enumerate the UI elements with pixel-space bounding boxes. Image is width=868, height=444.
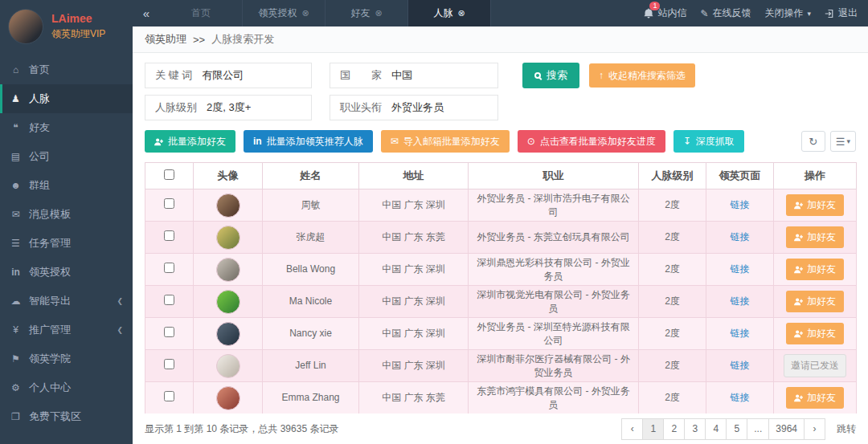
page-ellipsis[interactable]: ... — [747, 418, 769, 440]
linkedin-page-link[interactable]: 链接 — [731, 199, 750, 210]
keyword-input[interactable] — [202, 63, 311, 88]
deep-fetch-button[interactable]: ↧ 深度抓取 — [674, 130, 744, 153]
keyword-filter-group: 关 键 词 — [145, 63, 312, 88]
sidebar-item-groups[interactable]: ☻ 群组 — [0, 171, 133, 200]
table-row: 周敏 中国 广东 深圳 外贸业务员 - 深圳市浩升电子有限公司 2度 链接 加好… — [145, 189, 857, 222]
header-level: 人脉级别 — [639, 163, 706, 189]
contact-level: 2度 — [639, 254, 706, 286]
add-friend-button[interactable]: 加好友 — [786, 259, 844, 280]
row-checkbox[interactable] — [164, 391, 174, 401]
header-avatar: 头像 — [194, 163, 263, 189]
add-friend-button[interactable]: 加好友 — [786, 226, 844, 248]
breadcrumb-app: 领英助理 — [145, 32, 186, 47]
contact-address: 中国 广东 东莞 — [359, 382, 469, 414]
list-icon: ☰ — [836, 136, 845, 148]
collapse-sidebar-button[interactable]: « — [133, 0, 160, 26]
row-checkbox[interactable] — [164, 263, 174, 273]
linkedin-page-link[interactable]: 链接 — [731, 263, 750, 275]
online-feedback-button[interactable]: ✎ 在线反馈 — [700, 6, 751, 20]
row-checkbox[interactable] — [164, 327, 174, 337]
tab-home[interactable]: 首页 — [160, 0, 243, 26]
refresh-button[interactable]: ↻ — [801, 131, 825, 152]
sidebar-item-linkedin-auth[interactable]: in 领英授权 — [0, 258, 133, 287]
add-friend-button[interactable]: 加好友 — [786, 194, 844, 216]
site-messages-button[interactable]: 1 站内信 — [644, 6, 686, 20]
sidebar-item-friends[interactable]: ❝ 好友 — [0, 113, 133, 142]
batch-add-friends-button[interactable]: 批量添加好友 — [145, 130, 235, 153]
page-2[interactable]: 2 — [663, 418, 685, 440]
content-panel: 关 键 词 国 家 搜索 ↑ 收起精准搜索筛选 人脉级别 — [133, 53, 868, 413]
linkedin-page-link[interactable]: 链接 — [731, 360, 750, 371]
sidebar-item-task-management[interactable]: ☰ 任务管理 — [0, 229, 133, 258]
contact-name: 周敏 — [263, 189, 359, 222]
close-tab-icon[interactable]: ⊗ — [457, 8, 465, 18]
columns-menu-button[interactable]: ☰ ▾ — [830, 131, 856, 152]
import-email-add-button[interactable]: ✉ 导入邮箱批量添加好友 — [381, 130, 510, 153]
page-title: 人脉搜索开发 — [211, 32, 274, 47]
page-3[interactable]: 3 — [684, 418, 706, 440]
user-name: LAimee — [51, 12, 105, 26]
user-add-icon — [794, 329, 803, 338]
collapse-filters-button[interactable]: ↑ 收起精准搜索筛选 — [589, 63, 695, 88]
double-chevron-left-icon: « — [143, 6, 149, 20]
contact-name: Bella Wong — [263, 254, 359, 286]
linkedin-page-link[interactable]: 链接 — [731, 328, 750, 339]
add-friend-button[interactable]: 加好友 — [786, 387, 844, 409]
add-friend-button[interactable]: 加好友 — [786, 291, 844, 312]
linkedin-page-link[interactable]: 链接 — [731, 295, 750, 307]
page-4[interactable]: 4 — [705, 418, 727, 440]
row-checkbox[interactable] — [164, 230, 174, 241]
envelope-icon: ✉ — [10, 209, 22, 220]
row-checkbox[interactable] — [164, 198, 174, 209]
keyword-label: 关 键 词 — [145, 68, 202, 83]
search-button[interactable]: 搜索 — [522, 63, 579, 88]
close-tab-icon[interactable]: ⊗ — [375, 8, 382, 18]
sidebar-item-free-download[interactable]: ❐ 免费下载区 — [0, 402, 133, 431]
page-1[interactable]: 1 — [642, 418, 664, 440]
app-window: LAimee 领英助理VIP ⌂ 首页 ♟ 人脉 ❝ 好友 ▤ 公司 ☻ 群组 … — [0, 0, 868, 444]
linkedin-page-link[interactable]: 链接 — [731, 392, 750, 403]
page-5[interactable]: 5 — [726, 418, 747, 440]
table-row: Nancy xie 中国 广东 深圳 外贸业务员 - 深圳至特光源科技有限公司 … — [145, 318, 857, 350]
sidebar-item-personal-center[interactable]: ⚙ 个人中心 — [0, 373, 133, 402]
close-operations-button[interactable]: 关闭操作 ▾ — [764, 6, 811, 20]
page-prev[interactable]: ‹ — [621, 418, 643, 440]
close-tab-icon[interactable]: ⊗ — [301, 8, 309, 18]
add-friend-button[interactable]: 加好友 — [786, 323, 844, 344]
table-header-row: 头像 姓名 地址 职业 人脉级别 领英页面 操作 — [145, 163, 857, 189]
batch-add-recommended-button[interactable]: in 批量添加领英推荐人脉 — [244, 130, 373, 153]
linkedin-page-link[interactable]: 链接 — [731, 231, 750, 242]
job-title-input[interactable] — [391, 96, 497, 120]
row-checkbox[interactable] — [164, 295, 174, 305]
level-input[interactable] — [207, 96, 311, 120]
sidebar-item-contacts[interactable]: ♟ 人脉 — [0, 84, 133, 113]
jump-link[interactable]: 跳转 — [837, 422, 856, 436]
logout-button[interactable]: 退出 — [825, 6, 858, 20]
sidebar-item-smart-export[interactable]: ☁ 智能导出 — [0, 287, 133, 316]
level-label: 人脉级别 — [145, 100, 207, 115]
select-all-checkbox[interactable] — [164, 169, 174, 180]
sidebar-item-home[interactable]: ⌂ 首页 — [0, 55, 133, 84]
tab-linkedin-auth[interactable]: 领英授权 ⊗ — [243, 0, 326, 26]
sidebar-item-message-template[interactable]: ✉ 消息模板 — [0, 200, 133, 229]
user-avatar — [8, 9, 43, 44]
tab-friends[interactable]: 好友 ⊗ — [326, 0, 408, 26]
contact-level: 2度 — [639, 222, 706, 254]
contact-address: 中国 广东 深圳 — [359, 189, 469, 222]
sidebar-item-promotion[interactable]: ¥ 推广管理 — [0, 316, 133, 344]
view-add-progress-button[interactable]: ⊙ 点击查看批量添加好友进度 — [518, 130, 665, 153]
sidebar-item-academy[interactable]: ⚑ 领英学院 — [0, 344, 133, 373]
contacts-icon: ♟ — [10, 93, 22, 104]
invite-sent-button[interactable]: 邀请已发送 — [784, 354, 846, 377]
page-next[interactable]: › — [804, 418, 825, 440]
country-input[interactable] — [391, 63, 497, 88]
country-label: 国 家 — [330, 68, 391, 83]
page-last[interactable]: 3964 — [768, 418, 805, 440]
row-checkbox[interactable] — [164, 359, 174, 369]
sidebar-item-company[interactable]: ▤ 公司 — [0, 142, 133, 171]
tab-contacts[interactable]: 人脉 ⊗ — [408, 0, 491, 26]
header-action: 操作 — [774, 163, 857, 189]
avatar — [216, 354, 240, 378]
contact-address: 中国 广东 深圳 — [359, 318, 469, 350]
pagination: ‹ 1 2 3 4 5 ... 3964 › — [622, 418, 825, 440]
